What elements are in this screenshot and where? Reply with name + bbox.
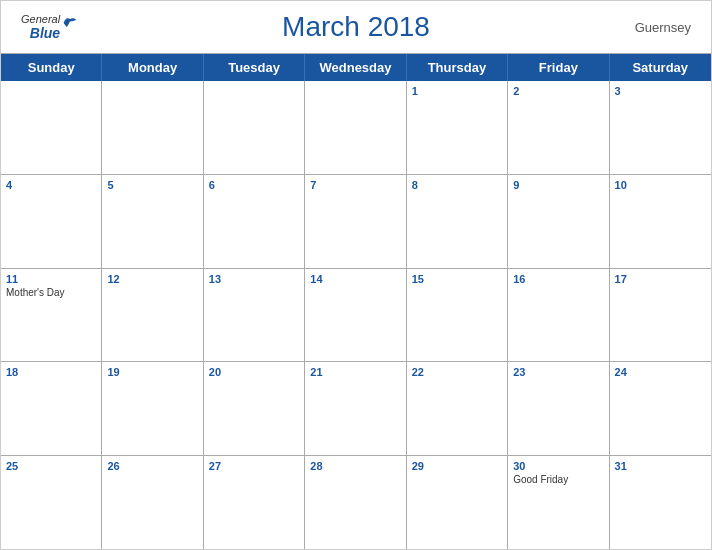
day-number: 31 <box>615 460 706 472</box>
day-number: 18 <box>6 366 96 378</box>
day-number: 6 <box>209 179 299 191</box>
day-number: 2 <box>513 85 603 97</box>
week-row-1: 45678910 <box>1 175 711 269</box>
day-headers-row: SundayMondayTuesdayWednesdayThursdayFrid… <box>1 54 711 81</box>
calendar-grid: SundayMondayTuesdayWednesdayThursdayFrid… <box>1 53 711 549</box>
day-cell-6: 6 <box>204 175 305 268</box>
day-number: 8 <box>412 179 502 191</box>
day-cell-25: 25 <box>1 456 102 549</box>
day-cell-7: 7 <box>305 175 406 268</box>
day-cell-1: 1 <box>407 81 508 174</box>
calendar-container: General Blue March 2018 Guernsey SundayM… <box>0 0 712 550</box>
country-label: Guernsey <box>635 20 691 35</box>
day-number: 22 <box>412 366 502 378</box>
day-number: 26 <box>107 460 197 472</box>
week-row-3: 18192021222324 <box>1 362 711 456</box>
day-cell-2: 2 <box>508 81 609 174</box>
day-number: 19 <box>107 366 197 378</box>
day-number: 17 <box>615 273 706 285</box>
day-number: 23 <box>513 366 603 378</box>
day-number: 20 <box>209 366 299 378</box>
day-cell-8: 8 <box>407 175 508 268</box>
day-number: 21 <box>310 366 400 378</box>
day-header-tuesday: Tuesday <box>204 54 305 81</box>
day-cell-10: 10 <box>610 175 711 268</box>
day-number: 14 <box>310 273 400 285</box>
day-number: 15 <box>412 273 502 285</box>
day-header-saturday: Saturday <box>610 54 711 81</box>
day-number: 16 <box>513 273 603 285</box>
logo: General Blue <box>21 13 60 41</box>
day-cell-21: 21 <box>305 362 406 455</box>
day-cell-28: 28 <box>305 456 406 549</box>
day-cell-15: 15 <box>407 269 508 362</box>
event-label: Good Friday <box>513 474 603 485</box>
day-number: 29 <box>412 460 502 472</box>
logo-general: General <box>21 13 60 25</box>
day-number: 24 <box>615 366 706 378</box>
week-row-4: 252627282930Good Friday31 <box>1 456 711 549</box>
day-number: 11 <box>6 273 96 285</box>
day-cell-13: 13 <box>204 269 305 362</box>
day-number: 5 <box>107 179 197 191</box>
day-number: 30 <box>513 460 603 472</box>
day-number: 1 <box>412 85 502 97</box>
day-cell-9: 9 <box>508 175 609 268</box>
week-row-0: 123 <box>1 81 711 175</box>
day-cell-30: 30Good Friday <box>508 456 609 549</box>
weeks-container: 1234567891011Mother's Day121314151617181… <box>1 81 711 549</box>
day-cell-19: 19 <box>102 362 203 455</box>
logo-bird-icon <box>62 15 78 31</box>
day-cell-22: 22 <box>407 362 508 455</box>
day-number: 4 <box>6 179 96 191</box>
logo-blue: Blue <box>30 25 60 41</box>
day-cell-16: 16 <box>508 269 609 362</box>
week-row-2: 11Mother's Day121314151617 <box>1 269 711 363</box>
day-number: 7 <box>310 179 400 191</box>
day-cell-20: 20 <box>204 362 305 455</box>
calendar-title: March 2018 <box>282 11 430 43</box>
day-cell-31: 31 <box>610 456 711 549</box>
day-cell-29: 29 <box>407 456 508 549</box>
day-cell-27: 27 <box>204 456 305 549</box>
day-cell-3: 3 <box>610 81 711 174</box>
day-number: 25 <box>6 460 96 472</box>
day-cell-14: 14 <box>305 269 406 362</box>
day-header-friday: Friday <box>508 54 609 81</box>
day-number: 28 <box>310 460 400 472</box>
day-cell-26: 26 <box>102 456 203 549</box>
day-header-wednesday: Wednesday <box>305 54 406 81</box>
day-cell-empty-0-2 <box>204 81 305 174</box>
day-header-thursday: Thursday <box>407 54 508 81</box>
day-cell-11: 11Mother's Day <box>1 269 102 362</box>
calendar-header: General Blue March 2018 Guernsey <box>1 1 711 53</box>
day-cell-empty-0-1 <box>102 81 203 174</box>
day-cell-24: 24 <box>610 362 711 455</box>
day-number: 13 <box>209 273 299 285</box>
event-label: Mother's Day <box>6 287 96 298</box>
day-number: 9 <box>513 179 603 191</box>
day-cell-4: 4 <box>1 175 102 268</box>
day-cell-empty-0-3 <box>305 81 406 174</box>
day-cell-empty-0-0 <box>1 81 102 174</box>
day-header-sunday: Sunday <box>1 54 102 81</box>
day-cell-18: 18 <box>1 362 102 455</box>
day-number: 3 <box>615 85 706 97</box>
day-header-monday: Monday <box>102 54 203 81</box>
day-cell-12: 12 <box>102 269 203 362</box>
day-cell-5: 5 <box>102 175 203 268</box>
day-cell-17: 17 <box>610 269 711 362</box>
day-number: 12 <box>107 273 197 285</box>
day-cell-23: 23 <box>508 362 609 455</box>
day-number: 27 <box>209 460 299 472</box>
day-number: 10 <box>615 179 706 191</box>
